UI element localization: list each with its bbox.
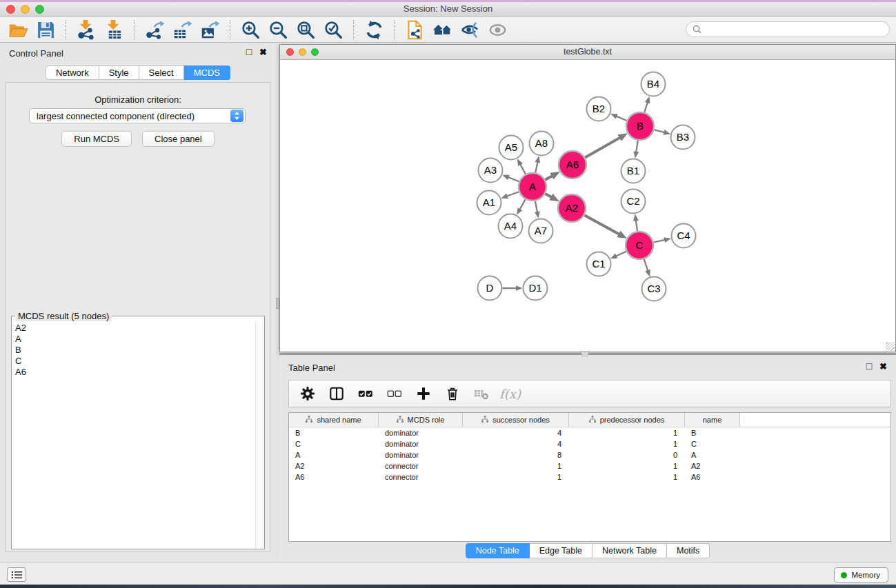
tab-edge-table[interactable]: Edge Table [530,543,593,558]
table-cell[interactable]: dominator [379,451,463,459]
table-cell[interactable]: A [685,451,740,459]
deselect-all-icon[interactable] [383,383,406,404]
horizontal-splitter[interactable] [279,353,896,355]
table-cell[interactable]: connector [379,473,463,481]
import-network-icon[interactable] [72,19,100,41]
tab-style[interactable]: Style [99,65,139,80]
export-image-icon[interactable] [196,19,223,41]
search-box[interactable] [686,21,890,37]
table-cell[interactable]: 1 [463,462,569,470]
tab-network[interactable]: Network [46,65,99,80]
table-cell[interactable]: C [289,440,379,448]
optimization-criterion-select[interactable]: largest connected component (directed) [29,108,246,123]
table-cell[interactable]: 1 [463,473,569,481]
table-row[interactable]: A6connector11A6 [289,472,890,483]
mcds-result-item[interactable]: A [12,334,255,345]
graph-edge-B-B2[interactable] [616,116,626,121]
graph-edge-C-C1[interactable] [616,252,626,256]
network-from-file-icon[interactable] [401,19,428,41]
graph-edge-A-A1[interactable] [507,192,519,196]
delete-column-icon[interactable] [441,383,464,404]
split-panel-icon[interactable] [325,383,348,404]
network-zoom-button[interactable] [311,48,319,56]
float-panel-icon[interactable]: □ [246,47,252,57]
table-cell[interactable]: A6 [289,473,379,481]
graph-edge-C-C3[interactable] [644,259,648,271]
table-cell[interactable]: 1 [569,462,685,470]
settings-icon[interactable] [296,383,319,404]
save-session-icon[interactable] [32,19,59,41]
table-cell[interactable]: A2 [685,462,740,470]
graph-edge-A-A7[interactable] [535,201,537,212]
table-cell[interactable]: A2 [289,462,379,470]
add-column-icon[interactable] [412,383,435,404]
table-cell[interactable]: dominator [379,429,463,437]
graph-edge-A6-B[interactable] [585,137,620,157]
zoom-window-button[interactable] [35,5,44,14]
run-mcds-button[interactable]: Run MCDS [61,131,132,147]
graph-edge-A-A4[interactable] [519,199,525,210]
graph-edge-A-A6[interactable] [545,176,552,180]
table-row[interactable]: Cdominator41C [289,438,890,449]
mcds-result-item[interactable]: A2 [12,323,255,334]
graph-edge-A2-C[interactable] [584,215,619,234]
mcds-result-item[interactable]: C [12,356,255,367]
table-cell[interactable]: dominator [379,440,463,448]
table-cell[interactable]: 1 [569,440,685,448]
mcds-result-item[interactable]: B [12,345,255,356]
column-header-successor-nodes[interactable]: successor nodes [463,413,569,427]
table-cell[interactable]: 1 [569,429,685,437]
close-panel-icon[interactable]: ✖ [259,47,267,57]
graph-edge-C-C2[interactable] [636,220,637,231]
graph-edge-B-B1[interactable] [636,141,638,152]
zoom-in-icon[interactable] [237,19,264,41]
table-row[interactable]: Bdominator41B [289,427,890,438]
tab-mcds[interactable]: MCDS [184,65,230,80]
table-cell[interactable]: 4 [463,440,569,448]
open-session-icon[interactable] [4,19,32,41]
select-all-icon[interactable] [354,383,377,404]
task-history-button[interactable] [7,567,26,582]
tab-motifs[interactable]: Motifs [667,543,710,558]
network-close-button[interactable] [286,48,294,56]
close-window-button[interactable] [6,5,15,14]
import-table-icon[interactable] [100,19,128,41]
export-table-icon[interactable] [168,19,196,41]
table-cell[interactable]: 4 [463,429,569,437]
export-network-icon[interactable] [141,19,168,41]
column-header-name[interactable]: name [685,413,740,427]
graph-edge-B-B3[interactable] [654,130,664,132]
table-cell[interactable]: C [685,440,740,448]
network-canvas[interactable]: B4B2BB3A8A5A6A3B1AA1C2A2A4A7C4CC1C3DD1 [280,61,895,352]
network-graph[interactable]: B4B2BB3A8A5A6A3B1AA1C2A2A4A7C4CC1C3DD1 [280,61,891,352]
float-panel-icon[interactable]: □ [866,361,872,372]
zoom-out-icon[interactable] [264,19,292,41]
search-input[interactable] [701,23,889,36]
column-header-shared-name[interactable]: shared name [289,413,379,427]
resize-grip[interactable] [886,342,895,351]
graph-edge-A-A5[interactable] [520,164,526,174]
table-row[interactable]: Adominator80A [289,449,890,460]
mcds-result-item[interactable]: A6 [12,367,255,378]
table-cell[interactable]: 1 [569,473,685,481]
minimize-window-button[interactable] [21,5,30,14]
splitter-handle[interactable] [581,351,588,356]
zoom-selected-icon[interactable] [319,19,347,41]
memory-button[interactable]: Memory [834,567,888,582]
table-cell[interactable]: 0 [569,451,685,459]
tab-network-table[interactable]: Network Table [593,543,667,558]
result-scrollbar[interactable] [255,321,264,549]
column-header-predecessor-nodes[interactable]: predecessor nodes [569,413,685,427]
zoom-fit-icon[interactable] [292,19,319,41]
close-panel-button[interactable]: Close panel [142,131,215,147]
table-cell[interactable]: connector [379,462,463,470]
column-header-MCDS-role[interactable]: MCDS role [379,413,463,427]
table-row[interactable]: A2connector11A2 [289,460,890,472]
hide-details-icon[interactable] [456,19,484,41]
tab-select[interactable]: Select [139,65,184,80]
table-cell[interactable]: 8 [463,451,569,459]
graph-edge-A-A3[interactable] [508,177,519,181]
graph-edge-A-A2[interactable] [545,194,552,197]
home-icon[interactable] [428,19,456,41]
table-cell[interactable]: B [289,429,379,437]
